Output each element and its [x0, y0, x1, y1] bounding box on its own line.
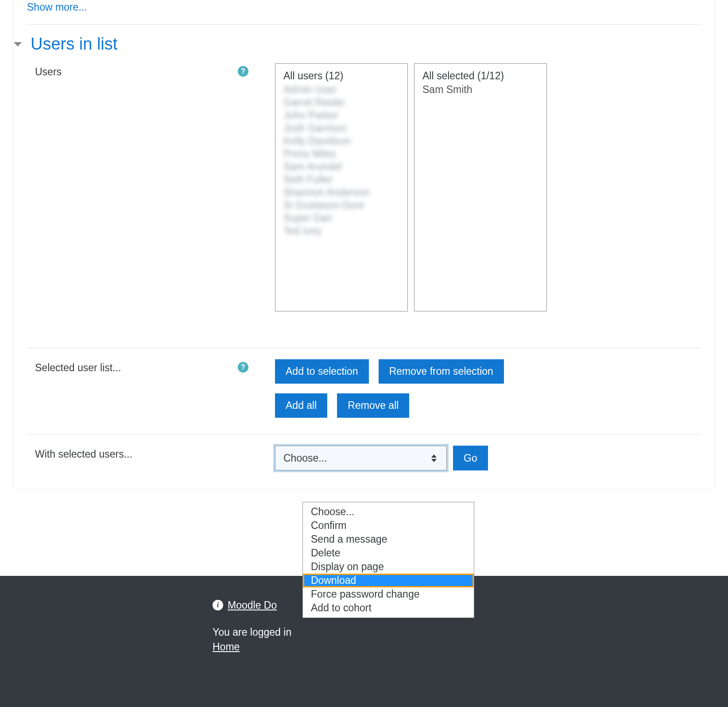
- user-list-item[interactable]: Sam Smith: [422, 84, 538, 96]
- with-selected-dropdown-menu[interactable]: Choose...ConfirmSend a messageDeleteDisp…: [302, 502, 474, 618]
- selected-user-list-row: Selected user list... ? Add to selection…: [27, 348, 701, 423]
- content-panel: Show more... Users in list Users ? All u…: [13, 0, 715, 489]
- user-list-item[interactable]: Super Dan: [283, 212, 399, 224]
- dropdown-option[interactable]: Force password change: [303, 587, 474, 601]
- user-list-item[interactable]: Garret Reider: [283, 97, 399, 109]
- user-list-item[interactable]: Sam Arundel: [283, 161, 399, 173]
- user-list-item[interactable]: Ted Ivey: [283, 225, 399, 237]
- with-selected-users-label: With selected users...: [27, 448, 132, 460]
- add-all-button[interactable]: Add all: [275, 393, 327, 418]
- section-title[interactable]: Users in list: [31, 35, 117, 54]
- remove-from-selection-button[interactable]: Remove from selection: [379, 359, 504, 384]
- user-list-item[interactable]: Admin User: [283, 84, 399, 96]
- logged-in-text: You are logged in: [213, 626, 715, 638]
- with-selected-users-row: With selected users... Choose... Go: [27, 434, 701, 476]
- home-link[interactable]: Home: [213, 641, 240, 653]
- help-icon[interactable]: ?: [238, 362, 248, 373]
- go-button[interactable]: Go: [453, 446, 488, 470]
- selected-users-listbox[interactable]: All selected (1/12) Sam Smith: [414, 63, 547, 311]
- dropdown-option[interactable]: Choose...: [303, 505, 474, 519]
- with-selected-select[interactable]: Choose...: [275, 446, 447, 470]
- users-row: Users ? All users (12) Admin UserGarret …: [27, 58, 701, 317]
- with-selected-select-value: Choose...: [283, 452, 327, 464]
- selected-users-header: All selected (1/12): [422, 70, 538, 82]
- caret-down-icon: [14, 42, 22, 47]
- users-label: Users: [27, 66, 62, 78]
- moodle-docs-link[interactable]: i Moodle Do: [213, 599, 277, 611]
- dropdown-option[interactable]: Download: [303, 574, 474, 587]
- show-more-link[interactable]: Show more...: [27, 0, 701, 25]
- user-list-item[interactable]: Si Gustason-Dore: [283, 199, 399, 211]
- help-icon[interactable]: ?: [238, 66, 248, 77]
- user-list-item[interactable]: John Parker: [283, 109, 399, 121]
- selected-user-list-label: Selected user list...: [27, 362, 121, 374]
- dropdown-option[interactable]: Send a message: [303, 532, 474, 546]
- all-users-listbox[interactable]: All users (12) Admin UserGarret ReiderJo…: [275, 63, 408, 311]
- remove-all-button[interactable]: Remove all: [337, 393, 409, 418]
- dropdown-option[interactable]: Add to cohort: [303, 601, 474, 615]
- user-list-item[interactable]: Kelly Davidson: [283, 135, 399, 147]
- moodle-docs-text: Moodle Do: [228, 599, 277, 611]
- dropdown-option[interactable]: Confirm: [303, 519, 474, 532]
- user-list-item[interactable]: Press Miles: [283, 148, 399, 160]
- dropdown-option[interactable]: Delete: [303, 546, 474, 560]
- section-header[interactable]: Users in list: [27, 25, 701, 58]
- user-list-item[interactable]: Shannon Anderson: [283, 186, 399, 198]
- user-list-item[interactable]: Seth Fuller: [283, 174, 399, 186]
- add-to-selection-button[interactable]: Add to selection: [275, 359, 369, 384]
- select-caret-icon: [431, 454, 437, 462]
- dropdown-option[interactable]: Display on page: [303, 560, 474, 574]
- info-icon: i: [213, 600, 223, 610]
- user-list-item[interactable]: Josh Garrison: [283, 122, 399, 134]
- all-users-header: All users (12): [283, 70, 399, 82]
